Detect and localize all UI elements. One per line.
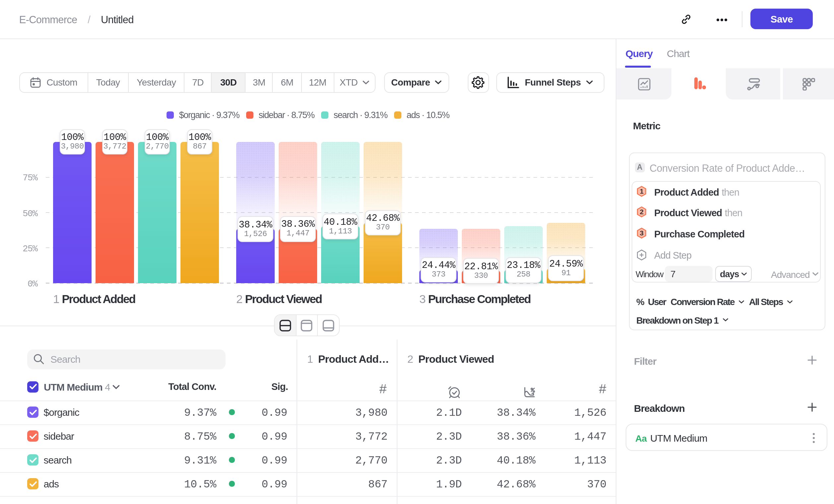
svg-text:1: 1 xyxy=(640,187,643,194)
svg-text:3: 3 xyxy=(640,229,643,237)
svg-text:2: 2 xyxy=(640,208,643,215)
